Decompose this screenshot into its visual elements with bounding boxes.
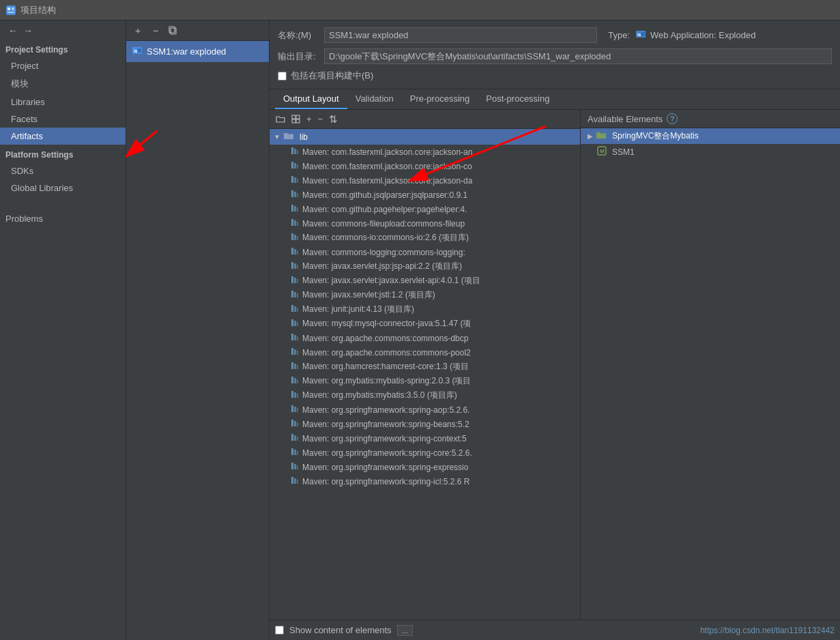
include-in-build-row: 包括在项目构建中(B)	[278, 70, 832, 82]
tab-output-layout[interactable]: Output Layout	[275, 89, 347, 109]
tree-item-m22[interactable]: Maven: org.springframework:spring-core:5…	[270, 446, 580, 460]
svg-rect-43	[294, 263, 296, 269]
tree-item-label: Maven: org.springframework:spring-aop:5.…	[302, 405, 469, 415]
tree-item-label: Maven: javax.servlet.jsp:jsp-api:2.2 (项目…	[302, 261, 462, 272]
tree-item-lib[interactable]: ▼ lib	[270, 129, 580, 145]
sidebar-item-problems[interactable]: Problems	[0, 210, 126, 227]
tab-pre-processing[interactable]: Pre-processing	[402, 89, 478, 109]
svg-rect-56	[297, 322, 298, 326]
svg-rect-61	[294, 349, 296, 355]
available-item-ssm1[interactable]: M SSM1	[581, 144, 840, 160]
sidebar-item-project-label: Project	[11, 61, 38, 71]
output-path-input[interactable]	[324, 48, 832, 64]
add-artifact-button[interactable]: +	[130, 23, 145, 38]
tree-add-button[interactable]: +	[304, 113, 314, 126]
artifact-item-ssm1[interactable]: W SSM1:war exploded	[126, 41, 269, 62]
tree-item-m1[interactable]: Maven: com.fasterxml.jackson.core:jackso…	[270, 145, 580, 159]
tree-item-m17[interactable]: Maven: org.mybatis:mybatis-spring:2.0.3 …	[270, 374, 580, 388]
tree-sort-button[interactable]: ⇅	[327, 112, 340, 127]
svg-rect-46	[294, 278, 296, 283]
svg-rect-32	[297, 207, 298, 212]
back-button[interactable]: ←	[5, 24, 20, 38]
sidebar-item-problems-label: Problems	[5, 214, 43, 224]
tree-item-label: Maven: org.apache.commons:commons-dbcp	[302, 334, 468, 343]
sidebar-item-global-libraries[interactable]: Global Libraries	[0, 179, 126, 197]
name-input[interactable]	[324, 27, 597, 43]
svg-rect-21	[291, 162, 293, 169]
svg-rect-33	[291, 219, 293, 226]
bottom-left: Show content of elements ...	[275, 625, 413, 636]
tree-item-m19[interactable]: Maven: org.springframework:spring-aop:5.…	[270, 403, 580, 417]
tree-item-label: Maven: org.springframework:spring-contex…	[302, 434, 467, 443]
tree-item-m14[interactable]: Maven: org.apache.commons:commons-dbcp	[270, 331, 580, 345]
sidebar-item-modules[interactable]: 模块	[0, 74, 126, 93]
svg-rect-45	[291, 276, 293, 283]
svg-rect-74	[297, 408, 298, 412]
svg-rect-15	[296, 115, 300, 119]
jar-icon	[290, 189, 300, 201]
jar-icon	[290, 461, 300, 473]
svg-rect-67	[294, 378, 296, 383]
name-label: 名称:(M)	[278, 29, 319, 42]
tree-item-m24[interactable]: Maven: org.springframework:spring-icl:5.…	[270, 474, 580, 489]
tree-item-m18[interactable]: Maven: org.mybatis:mybatis:3.5.0 (项目库)	[270, 388, 580, 403]
sidebar-item-sdks[interactable]: SDKs	[0, 162, 126, 179]
tab-post-processing[interactable]: Post-processing	[478, 89, 557, 109]
show-content-checkbox[interactable]	[275, 626, 284, 635]
tree-item-m21[interactable]: Maven: org.springframework:spring-contex…	[270, 431, 580, 446]
svg-rect-48	[291, 291, 293, 297]
svg-rect-69	[291, 391, 293, 398]
tree-item-m7[interactable]: Maven: commons-io:commons-io:2.6 (项目库)	[270, 231, 580, 245]
more-button[interactable]: ...	[397, 625, 413, 636]
tree-item-m6[interactable]: Maven: commons-fileupload:commons-fileup	[270, 216, 580, 231]
tree-item-label: Maven: org.hamcrest:hamcrest-core:1.3 (项…	[302, 361, 469, 373]
csdn-link[interactable]: https://blog.csdn.net/tian1191132442	[700, 626, 835, 635]
tree-item-m20[interactable]: Maven: org.springframework:spring-beans:…	[270, 417, 580, 431]
tree-grid-button[interactable]	[289, 113, 302, 125]
tree-item-m23[interactable]: Maven: org.springframework:spring-expres…	[270, 460, 580, 474]
svg-rect-60	[291, 348, 293, 355]
tree-item-m10[interactable]: Maven: javax.servlet:javax.servlet-api:4…	[270, 274, 580, 288]
remove-artifact-button[interactable]: −	[148, 23, 163, 38]
tab-validation[interactable]: Validation	[347, 89, 402, 109]
svg-rect-3	[8, 8, 10, 10]
tree-item-m5[interactable]: Maven: com.github.pagehelper:pagehelper:…	[270, 202, 580, 216]
tree-item-m13[interactable]: Maven: mysql:mysql-connector-java:5.1.47…	[270, 317, 580, 331]
sidebar: ← → Project Settings Project 模块 Librarie…	[0, 20, 126, 640]
tree-item-m11[interactable]: Maven: javax.servlet:jstl:1.2 (项目库)	[270, 288, 580, 302]
available-item-springmvc[interactable]: ▶ SpringMVC整合Mybatis	[581, 128, 840, 144]
svg-rect-79	[294, 435, 296, 441]
svg-rect-42	[291, 262, 293, 269]
tree-item-label: Maven: commons-logging:commons-logging:	[302, 248, 465, 257]
tree-item-m9[interactable]: Maven: javax.servlet.jsp:jsp-api:2.2 (项目…	[270, 259, 580, 274]
tree-folder-button[interactable]	[274, 114, 287, 125]
forward-button[interactable]: →	[20, 24, 35, 38]
svg-rect-65	[297, 365, 298, 369]
module-icon: M	[597, 146, 607, 158]
svg-rect-22	[294, 163, 296, 169]
jar-icon	[290, 175, 300, 186]
platform-settings-header: Platform Settings	[0, 145, 126, 162]
jar-icon	[290, 433, 300, 444]
sidebar-item-facets[interactable]: Facets	[0, 111, 126, 128]
tree-item-m4[interactable]: Maven: com.github.jsqlparser:jsqlparser:…	[270, 188, 580, 202]
tree-item-m2[interactable]: Maven: com.fasterxml.jackson.core:jackso…	[270, 159, 580, 173]
svg-rect-81	[291, 448, 293, 455]
folder-icon	[283, 131, 294, 143]
tree-item-m16[interactable]: Maven: org.hamcrest:hamcrest-core:1.3 (项…	[270, 360, 580, 374]
svg-rect-39	[291, 248, 293, 254]
help-icon[interactable]: ?	[667, 113, 678, 124]
include-in-build-checkbox[interactable]	[278, 72, 287, 81]
sidebar-item-artifacts[interactable]: Artifacts	[0, 128, 126, 145]
jar-icon	[290, 347, 300, 358]
tree-remove-button[interactable]: −	[316, 113, 325, 126]
tree-item-m8[interactable]: Maven: commons-logging:commons-logging:	[270, 245, 580, 259]
tree-item-m3[interactable]: Maven: com.fasterxml.jackson.core:jackso…	[270, 173, 580, 188]
tree-item-label: Maven: com.github.jsqlparser:jsqlparser:…	[302, 190, 467, 200]
tree-item-m12[interactable]: Maven: junit:junit:4.13 (项目库)	[270, 302, 580, 317]
tree-item-m15[interactable]: Maven: org.apache.commons:commons-pool2	[270, 345, 580, 360]
sidebar-item-libraries[interactable]: Libraries	[0, 93, 126, 111]
svg-rect-24	[291, 176, 293, 183]
sidebar-item-project[interactable]: Project	[0, 57, 126, 74]
copy-artifact-button[interactable]	[166, 23, 181, 38]
